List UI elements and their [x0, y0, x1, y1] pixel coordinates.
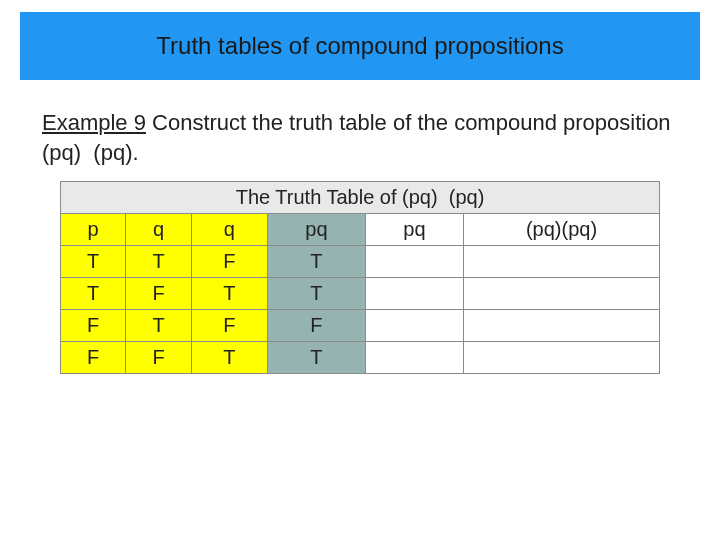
cell-p-or-not-q: T: [267, 246, 365, 278]
cell-not-q: F: [191, 246, 267, 278]
col-header-q: q: [126, 214, 191, 246]
cell-q: T: [126, 246, 191, 278]
example-expression: (p⁡⁡q) ⁡ (p⁡q).: [42, 140, 139, 165]
col-header-p-or-not-q: p⁡⁡q: [267, 214, 365, 246]
table-caption-row: The Truth Table of (p⁡⁡q) ⁡ (p⁡q): [61, 182, 660, 214]
cell-p: F: [61, 342, 126, 374]
cell-not-q: T: [191, 342, 267, 374]
table-header-row: p q ⁡q p⁡⁡q p⁡q (p⁡⁡q)⁡(p⁡q): [61, 214, 660, 246]
col-header-p: p: [61, 214, 126, 246]
cell-p-and-q: [365, 342, 463, 374]
example-label: Example 9: [42, 110, 146, 135]
example-body-before: Construct the truth table of the compoun…: [146, 110, 671, 135]
truth-table: The Truth Table of (p⁡⁡q) ⁡ (p⁡q) p q ⁡q…: [60, 181, 660, 374]
cell-result: [463, 278, 659, 310]
example-text: Example 9 Construct the truth table of t…: [42, 108, 678, 167]
table-caption: The Truth Table of (p⁡⁡q) ⁡ (p⁡q): [61, 182, 660, 214]
cell-result: [463, 246, 659, 278]
cell-q: T: [126, 310, 191, 342]
cell-q: F: [126, 278, 191, 310]
cell-p-and-q: [365, 310, 463, 342]
table-row: F T F F: [61, 310, 660, 342]
col-header-p-and-q: p⁡q: [365, 214, 463, 246]
cell-p-or-not-q: T: [267, 342, 365, 374]
cell-p-and-q: [365, 278, 463, 310]
cell-p: T: [61, 246, 126, 278]
col-header-result: (p⁡⁡q)⁡(p⁡q): [463, 214, 659, 246]
cell-result: [463, 310, 659, 342]
cell-p-and-q: [365, 246, 463, 278]
slide-content: Example 9 Construct the truth table of t…: [0, 80, 720, 374]
cell-p: F: [61, 310, 126, 342]
table-row: T F T T: [61, 278, 660, 310]
cell-p-or-not-q: F: [267, 310, 365, 342]
cell-p: T: [61, 278, 126, 310]
cell-not-q: F: [191, 310, 267, 342]
cell-not-q: T: [191, 278, 267, 310]
cell-p-or-not-q: T: [267, 278, 365, 310]
col-header-not-q: ⁡q: [191, 214, 267, 246]
truth-table-wrap: The Truth Table of (p⁡⁡q) ⁡ (p⁡q) p q ⁡q…: [42, 181, 678, 374]
cell-q: F: [126, 342, 191, 374]
table-row: F F T T: [61, 342, 660, 374]
table-row: T T F T: [61, 246, 660, 278]
slide-title: Truth tables of compound propositions: [20, 12, 700, 80]
cell-result: [463, 342, 659, 374]
